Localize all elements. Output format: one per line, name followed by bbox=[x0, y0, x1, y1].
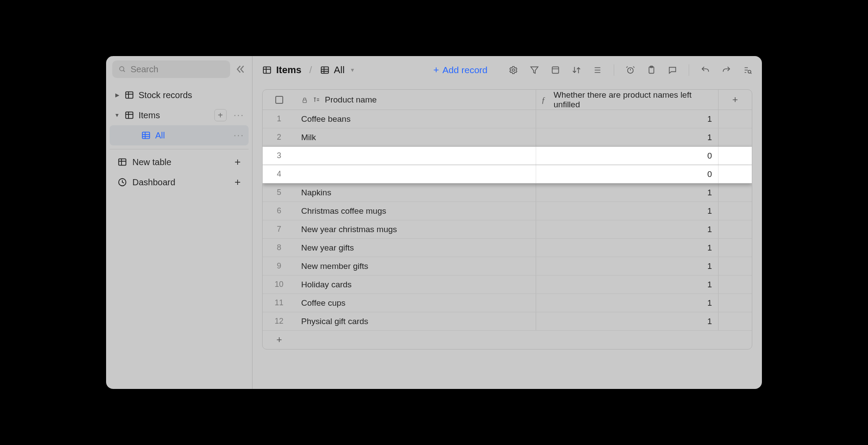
sidebar-item-stock-records[interactable]: ▶ Stock records bbox=[110, 85, 249, 105]
table-row[interactable]: 30 bbox=[263, 147, 752, 165]
clock-icon bbox=[117, 177, 127, 187]
column-header-product-name[interactable]: Product name bbox=[296, 90, 536, 109]
add-record-button[interactable]: + Add record bbox=[433, 64, 487, 76]
cell-product-name[interactable]: Coffee cups bbox=[296, 294, 536, 312]
clipboard-icon[interactable] bbox=[647, 65, 656, 75]
add-column-button[interactable]: + bbox=[719, 90, 752, 109]
new-table-button[interactable]: New table + bbox=[110, 152, 249, 172]
svg-rect-8 bbox=[142, 132, 150, 139]
cell-unfilled-flag[interactable]: 1 bbox=[536, 239, 719, 257]
main-area: Items / All ▼ + Add record bbox=[253, 56, 762, 389]
cell-unfilled-flag[interactable]: 1 bbox=[536, 220, 719, 238]
table-row[interactable]: 11Coffee cups1 bbox=[263, 294, 752, 312]
sidebar-item-items[interactable]: ▼ Items + ··· bbox=[110, 105, 249, 125]
cell-pad bbox=[719, 147, 752, 165]
cell-pad bbox=[719, 275, 752, 293]
cell-unfilled-flag[interactable]: 1 bbox=[536, 275, 719, 293]
cell-pad bbox=[719, 257, 752, 275]
cell-unfilled-flag[interactable]: 1 bbox=[536, 110, 719, 128]
cell-unfilled-flag[interactable]: 1 bbox=[536, 184, 719, 201]
alarm-icon[interactable] bbox=[626, 65, 635, 75]
divider bbox=[614, 64, 614, 76]
sidebar-item-label: Stock records bbox=[139, 90, 192, 100]
cell-product-name[interactable]: New member gifts bbox=[296, 257, 536, 275]
table-row[interactable]: 5Napkins1 bbox=[263, 184, 752, 202]
cell-product-name[interactable]: Christmas coffee mugs bbox=[296, 202, 536, 220]
row-number: 10 bbox=[263, 275, 296, 293]
cell-unfilled-flag[interactable]: 1 bbox=[536, 257, 719, 275]
cell-unfilled-flag[interactable]: 1 bbox=[536, 202, 719, 220]
cell-unfilled-flag[interactable]: 0 bbox=[536, 147, 719, 165]
more-icon[interactable]: ··· bbox=[234, 130, 244, 141]
cell-unfilled-flag[interactable]: 0 bbox=[536, 165, 719, 183]
panel-icon[interactable] bbox=[551, 65, 560, 75]
search-box[interactable] bbox=[112, 60, 230, 78]
svg-line-1 bbox=[123, 70, 125, 72]
sidebar-view-label: All bbox=[155, 131, 165, 141]
formula-icon: ƒ bbox=[541, 96, 549, 104]
caret-down-icon: ▼ bbox=[114, 112, 120, 118]
cell-unfilled-flag[interactable]: 1 bbox=[536, 294, 719, 312]
sidebar-view-all[interactable]: All ··· bbox=[110, 125, 249, 145]
cell-product-name[interactable]: Holiday cards bbox=[296, 275, 536, 293]
column-header-unfilled[interactable]: ƒ Whether there are product names left u… bbox=[536, 90, 719, 109]
cell-product-name[interactable]: Napkins bbox=[296, 184, 536, 201]
table-row[interactable]: 6Christmas coffee mugs1 bbox=[263, 202, 752, 220]
sidebar-item-label: Items bbox=[139, 110, 160, 120]
sort-icon[interactable] bbox=[572, 65, 581, 75]
row-number: 12 bbox=[263, 312, 296, 330]
cell-pad bbox=[719, 239, 752, 257]
table-row[interactable]: 9New member gifts1 bbox=[263, 257, 752, 275]
cell-product-name[interactable]: Physical gift cards bbox=[296, 312, 536, 330]
table-row[interactable]: 8New year gifts1 bbox=[263, 239, 752, 257]
table-row[interactable]: 1Coffee beans1 bbox=[263, 110, 752, 128]
cell-product-name[interactable]: New year christmas mugs bbox=[296, 220, 536, 238]
comment-icon[interactable] bbox=[668, 65, 677, 75]
row-number: 5 bbox=[263, 184, 296, 201]
cell-product-name[interactable]: Coffee beans bbox=[296, 110, 536, 128]
plus-icon: + bbox=[433, 64, 439, 76]
cell-unfilled-flag[interactable]: 1 bbox=[536, 312, 719, 330]
breadcrumb-view[interactable]: All ▼ bbox=[320, 64, 355, 76]
undo-icon[interactable] bbox=[701, 65, 710, 75]
select-all-checkbox[interactable] bbox=[263, 90, 296, 109]
gear-icon[interactable] bbox=[509, 65, 518, 75]
search-icon bbox=[118, 65, 126, 74]
cell-product-name[interactable] bbox=[296, 147, 536, 165]
svg-line-32 bbox=[626, 66, 628, 67]
table-row[interactable]: 40 bbox=[263, 165, 752, 184]
search-input[interactable] bbox=[131, 64, 224, 74]
svg-point-0 bbox=[120, 67, 124, 71]
plus-icon: + bbox=[235, 156, 241, 168]
add-view-button[interactable]: + bbox=[214, 109, 227, 121]
find-record-icon[interactable] bbox=[743, 65, 752, 75]
collapse-sidebar-button[interactable] bbox=[235, 64, 246, 75]
dashboard-button[interactable]: Dashboard + bbox=[110, 172, 249, 192]
breadcrumb-table[interactable]: Items bbox=[262, 64, 301, 76]
row-height-icon[interactable] bbox=[593, 65, 602, 75]
grid-view-icon bbox=[141, 131, 151, 140]
chevron-down-icon: ▼ bbox=[350, 67, 355, 73]
cell-product-name[interactable]: Milk bbox=[296, 128, 536, 146]
breadcrumb-separator: / bbox=[309, 64, 312, 76]
redo-icon[interactable] bbox=[722, 65, 731, 75]
table-row[interactable]: 12Physical gift cards1 bbox=[263, 312, 752, 331]
checkbox-icon bbox=[275, 96, 283, 104]
topbar: Items / All ▼ + Add record bbox=[253, 56, 762, 84]
cell-pad bbox=[719, 220, 752, 238]
grid-header: Product name ƒ Whether there are product… bbox=[263, 90, 752, 110]
data-grid: Product name ƒ Whether there are product… bbox=[262, 89, 752, 350]
cell-product-name[interactable] bbox=[296, 165, 536, 183]
cell-pad bbox=[719, 202, 752, 220]
grid-footer: + bbox=[263, 331, 752, 349]
svg-rect-16 bbox=[263, 67, 271, 73]
table-icon bbox=[125, 110, 134, 120]
add-row-button[interactable]: + bbox=[263, 334, 296, 346]
table-row[interactable]: 7New year christmas mugs1 bbox=[263, 220, 752, 239]
cell-unfilled-flag[interactable]: 1 bbox=[536, 128, 719, 146]
table-row[interactable]: 2Milk1 bbox=[263, 128, 752, 147]
cell-product-name[interactable]: New year gifts bbox=[296, 239, 536, 257]
table-row[interactable]: 10Holiday cards1 bbox=[263, 275, 752, 294]
filter-icon[interactable] bbox=[530, 65, 539, 75]
more-icon[interactable]: ··· bbox=[234, 109, 244, 121]
